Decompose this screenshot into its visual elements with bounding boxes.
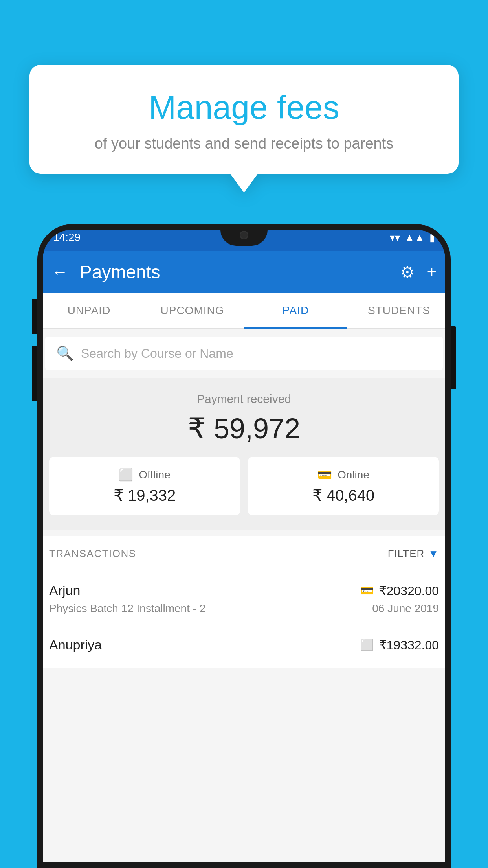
payment-received-section: Payment received ₹ 59,972 ⬜ Offline ₹ 19… (37, 378, 451, 530)
offline-amount: ₹ 19,332 (57, 486, 232, 504)
battery-icon: ▮ (429, 232, 435, 244)
volume-up-button (32, 346, 37, 401)
notch (220, 224, 268, 246)
tabs: UNPAID UPCOMING PAID STUDENTS (37, 293, 451, 329)
app-bar-icons: ⚙ + (400, 263, 437, 282)
offline-icon: ⬜ (119, 468, 133, 482)
transaction-amount: ₹19332.00 (379, 638, 439, 653)
status-icons: ▾▾ ▲▲ ▮ (390, 232, 435, 244)
tab-paid[interactable]: PAID (244, 293, 347, 328)
transaction-item[interactable]: Anupriya ⬜ ₹19332.00 (37, 626, 451, 668)
card-payment-icon: 💳 (360, 584, 374, 597)
tab-students[interactable]: STUDENTS (347, 293, 451, 328)
online-label: Online (338, 469, 369, 481)
settings-icon[interactable]: ⚙ (400, 263, 415, 282)
online-card: 💳 Online ₹ 40,640 (248, 457, 439, 515)
transaction-row-top: Anupriya ⬜ ₹19332.00 (49, 637, 439, 653)
search-input[interactable]: Search by Course or Name (81, 346, 233, 361)
transaction-name: Anupriya (49, 637, 102, 653)
online-amount: ₹ 40,640 (256, 486, 431, 504)
filter-icon: ▼ (428, 548, 439, 560)
bubble-subtitle: of your students and send receipts to pa… (49, 135, 439, 152)
online-card-header: 💳 Online (256, 468, 431, 482)
back-button[interactable]: ← (51, 263, 68, 281)
payment-cards: ⬜ Offline ₹ 19,332 💳 Online ₹ 40,640 (49, 457, 439, 515)
phone-mockup: 14:29 ▾▾ ▲▲ ▮ ← Payments ⚙ + UNPAID (37, 224, 451, 868)
payment-total-amount: ₹ 59,972 (49, 412, 439, 445)
transaction-row-top: Arjun 💳 ₹20320.00 (49, 583, 439, 598)
speech-bubble: Manage fees of your students and send re… (29, 65, 459, 174)
filter-label: FILTER (388, 548, 425, 560)
camera (240, 231, 248, 239)
transaction-item[interactable]: Arjun 💳 ₹20320.00 Physics Batch 12 Insta… (37, 572, 451, 626)
screen: 14:29 ▾▾ ▲▲ ▮ ← Payments ⚙ + UNPAID (37, 224, 451, 868)
transactions-header: TRANSACTIONS FILTER ▼ (37, 536, 451, 572)
status-bar: 14:29 ▾▾ ▲▲ ▮ (37, 224, 451, 251)
tab-unpaid[interactable]: UNPAID (37, 293, 141, 328)
status-time: 14:29 (53, 231, 81, 244)
app-bar: ← Payments ⚙ + (37, 251, 451, 293)
bubble-title: Manage fees (49, 88, 439, 127)
transaction-amount: ₹20320.00 (379, 583, 439, 598)
transaction-course: Physics Batch 12 Installment - 2 (49, 602, 205, 615)
volume-down-button (32, 299, 37, 334)
online-icon: 💳 (317, 468, 332, 482)
offline-card-header: ⬜ Offline (57, 468, 232, 482)
signal-icon: ▲▲ (405, 232, 425, 244)
filter-button[interactable]: FILTER ▼ (388, 548, 439, 560)
offline-card: ⬜ Offline ₹ 19,332 (49, 457, 240, 515)
tab-upcoming[interactable]: UPCOMING (141, 293, 244, 328)
transaction-name: Arjun (49, 583, 80, 598)
wifi-icon: ▾▾ (390, 232, 400, 244)
offline-payment-icon: ⬜ (360, 638, 374, 651)
offline-label: Offline (139, 469, 170, 481)
transaction-row-bottom: Physics Batch 12 Installment - 2 06 June… (49, 602, 439, 615)
page-title: Payments (80, 261, 388, 283)
power-button (451, 326, 456, 389)
transaction-amount-row: ⬜ ₹19332.00 (360, 638, 439, 653)
add-button[interactable]: + (427, 263, 437, 281)
transaction-date: 06 June 2019 (372, 602, 439, 615)
payment-received-label: Payment received (49, 392, 439, 406)
content-area: 🔍 Search by Course or Name Payment recei… (37, 329, 451, 868)
transaction-amount-row: 💳 ₹20320.00 (360, 583, 439, 598)
search-bar[interactable]: 🔍 Search by Course or Name (45, 337, 443, 370)
search-icon: 🔍 (56, 345, 74, 362)
transactions-label: TRANSACTIONS (49, 548, 136, 560)
